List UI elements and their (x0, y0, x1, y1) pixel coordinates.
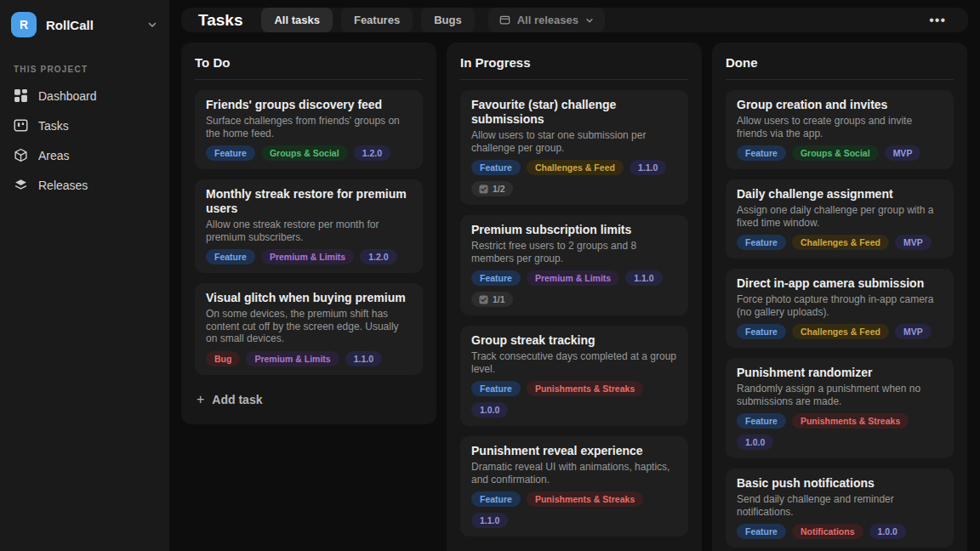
sidebar-item-dashboard[interactable]: Dashboard (0, 81, 169, 111)
workspace-name: RollCall (46, 18, 138, 32)
task-card[interactable]: Monthly streak restore for premium users… (195, 179, 423, 273)
task-title: Punishment randomizer (737, 366, 943, 380)
tag-1-1-0: 1.1.0 (630, 160, 666, 175)
board-column-to-do: To DoFriends' groups discovery feedSurfa… (181, 43, 436, 424)
tasks-icon (14, 118, 28, 133)
checklist-badge: 1/1 (471, 292, 513, 307)
task-title: Monthly streak restore for premium users (206, 187, 412, 216)
areas-icon (14, 148, 28, 162)
tag-punishments-streaks: Punishments & Streaks (792, 413, 909, 429)
sidebar-section-label: THIS PROJECT (0, 43, 169, 81)
tag-feature: Feature (737, 324, 786, 339)
dashboard-icon (14, 88, 28, 103)
tag-challenges-feed: Challenges & Feed (792, 235, 889, 250)
task-description: Track consecutive days completed at a gr… (471, 350, 677, 375)
tag-mvp: MVP (885, 145, 921, 161)
filter-bugs[interactable]: Bugs (421, 8, 475, 32)
tag-feature: Feature (471, 270, 521, 286)
tag-1-1-0: 1.1.0 (625, 270, 662, 286)
tag-row: FeaturePremium & Limits1.2.0 (206, 249, 412, 264)
sidebar-item-tasks[interactable]: Tasks (0, 111, 169, 140)
task-description: Send daily challenge and reminder notifi… (737, 493, 943, 518)
filter-features[interactable]: Features (341, 8, 413, 32)
sidebar-item-label: Areas (38, 149, 70, 162)
tag-bug: Bug (206, 351, 240, 366)
checklist-count: 1/2 (493, 184, 505, 194)
tag-feature: Feature (206, 249, 255, 264)
tag-row: FeatureGroups & SocialMVP (737, 145, 943, 161)
task-card[interactable]: Direct in-app camera submissionForce pho… (726, 269, 954, 348)
tag-1-0-0: 1.0.0 (737, 435, 773, 450)
task-description: Allow users to star one submission per c… (471, 129, 677, 154)
main-area: Tasks All tasks Features Bugs All releas… (169, 0, 980, 551)
tag-row: FeaturePunishments & Streaks1.0.0 (471, 381, 677, 418)
task-card[interactable]: Group creation and invitesAllow users to… (726, 90, 954, 169)
tag-punishments-streaks: Punishments & Streaks (527, 381, 643, 396)
task-card[interactable]: Friends' groups discovery feedSurface ch… (195, 90, 423, 169)
tag-row: FeatureNotifications1.0.0 (737, 524, 943, 539)
task-title: Daily challenge assignment (737, 187, 943, 202)
sidebar-item-releases[interactable]: Releases (0, 170, 169, 200)
board-column-in-progress: In ProgressFavourite (star) challenge su… (447, 43, 702, 551)
task-card[interactable]: Punishment randomizerRandomly assign a p… (726, 358, 954, 458)
sidebar: R RollCall THIS PROJECT Dashboard Tasks … (0, 0, 169, 551)
task-card[interactable]: Punishment reveal experienceDramatic rev… (460, 436, 688, 537)
checkbox-icon (479, 185, 488, 194)
tag-row: FeaturePunishments & Streaks1.1.0 (471, 491, 677, 528)
workspace-switcher[interactable]: R RollCall (0, 7, 169, 43)
tag-feature: Feature (737, 145, 786, 161)
tag-challenges-feed: Challenges & Feed (527, 160, 624, 175)
tag-feature: Feature (737, 524, 786, 539)
board-column-done: DoneGroup creation and invitesAllow user… (712, 43, 967, 551)
page-title: Tasks (198, 11, 242, 30)
sidebar-item-areas[interactable]: Areas (0, 140, 169, 170)
more-options-button[interactable]: ••• (924, 10, 951, 31)
checklist-badge: 1/2 (471, 181, 513, 196)
sidebar-item-label: Tasks (38, 119, 69, 133)
task-card[interactable]: Group streak trackingTrack consecutive d… (460, 326, 688, 426)
tag-challenges-feed: Challenges & Feed (792, 324, 889, 339)
tag-row: BugPremium & Limits1.1.0 (206, 351, 412, 366)
task-description: Restrict free users to 2 groups and 8 me… (471, 240, 677, 264)
releases-box-icon (499, 14, 510, 26)
tag-premium-limits: Premium & Limits (527, 270, 619, 286)
tag-1-1-0: 1.1.0 (345, 351, 382, 366)
task-card[interactable]: Basic push notificationsSend daily chall… (726, 469, 954, 548)
add-task-label: Add task (212, 393, 262, 406)
add-task-button[interactable]: +Add task (460, 547, 529, 551)
task-description: Randomly assign a punishment when no sub… (737, 383, 943, 407)
tag-feature: Feature (737, 235, 786, 250)
task-card[interactable]: Favourite (star) challenge submissionsAl… (460, 90, 688, 205)
task-description: Assign one daily challenge per group wit… (737, 204, 943, 229)
checkbox-icon (479, 295, 488, 304)
task-card[interactable]: Daily challenge assignmentAssign one dai… (726, 179, 954, 258)
task-card[interactable]: Visual glitch when buying premiumOn some… (195, 283, 423, 375)
checklist-count: 1/1 (493, 294, 505, 304)
tag-notifications: Notifications (792, 524, 863, 539)
task-title: Friends' groups discovery feed (206, 98, 412, 112)
filter-all-tasks[interactable]: All tasks (261, 8, 332, 32)
tag-punishments-streaks: Punishments & Streaks (527, 491, 643, 507)
task-title: Group streak tracking (471, 333, 677, 348)
tag-1-1-0: 1.1.0 (471, 513, 508, 528)
releases-icon (14, 178, 28, 192)
task-description: Surface challenges from friends' groups … (206, 115, 412, 139)
tag-premium-limits: Premium & Limits (246, 351, 339, 366)
task-title: Direct in-app camera submission (737, 276, 943, 291)
tag-feature: Feature (737, 413, 786, 429)
column-title: To Do (195, 54, 423, 80)
chevron-down-icon (585, 16, 594, 25)
tag-feature: Feature (471, 381, 521, 396)
task-description: Dramatic reveal UI with animations, hapt… (471, 461, 677, 486)
column-title: Done (726, 54, 954, 80)
tag-feature: Feature (206, 145, 255, 161)
tag-row: FeaturePremium & Limits1.1.01/1 (471, 270, 677, 307)
task-description: Allow users to create groups and invite … (737, 115, 943, 139)
task-title: Premium subscription limits (471, 223, 677, 237)
tag-groups-social: Groups & Social (261, 145, 348, 161)
add-task-button[interactable]: +Add task (195, 385, 264, 419)
release-filter-dropdown[interactable]: All releases (488, 8, 605, 32)
tag-row: FeatureChallenges & FeedMVP (737, 324, 943, 339)
task-card[interactable]: Premium subscription limitsRestrict free… (460, 215, 688, 315)
task-title: Group creation and invites (737, 98, 943, 112)
